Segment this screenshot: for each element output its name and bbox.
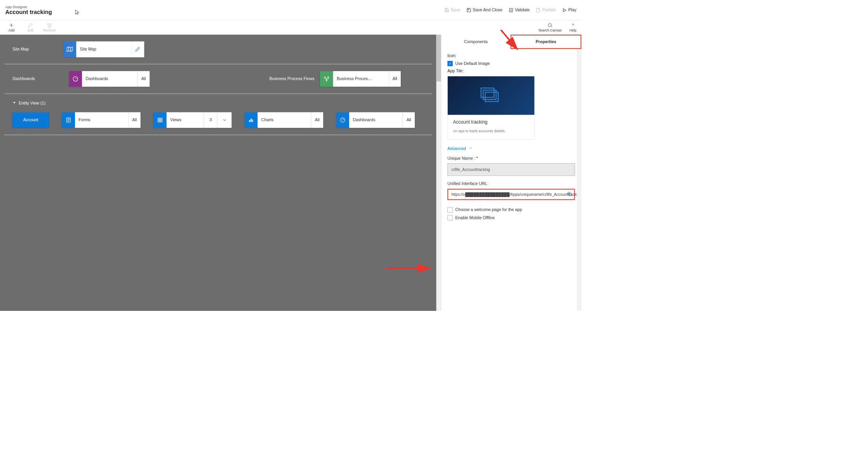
properties-panel: Components Properties Icon: ✓ Use Defaul…: [441, 35, 582, 311]
tab-properties[interactable]: Properties: [511, 35, 581, 49]
charts-tile-tail[interactable]: All: [311, 112, 323, 128]
unique-name-input[interactable]: [447, 163, 575, 176]
forms-tile-tail[interactable]: All: [128, 112, 140, 128]
bpf-tile[interactable]: Business Proces... All: [320, 71, 401, 87]
help-label: Help: [569, 28, 576, 32]
entity-dash-tile-label: Dashboards: [349, 112, 402, 128]
views-count: 3: [204, 112, 217, 128]
sitemap-edit-button[interactable]: [131, 42, 144, 57]
search-label: Search Canvas: [538, 28, 562, 32]
svg-rect-2: [510, 8, 513, 12]
bpf-section-label: Business Process Flows: [269, 77, 314, 81]
unique-name-label: Unique Name : *: [447, 156, 575, 160]
use-default-image-checkbox[interactable]: ✓: [447, 61, 452, 66]
svg-rect-21: [158, 118, 162, 122]
svg-marker-9: [67, 47, 73, 52]
bpf-tile-tail[interactable]: All: [389, 71, 401, 87]
chart-icon: [245, 112, 258, 128]
gauge-icon: [336, 112, 350, 128]
dashboards-tile[interactable]: Dashboards All: [69, 71, 150, 87]
entity-account-label: Account: [23, 118, 38, 122]
help-button[interactable]: Help: [569, 23, 576, 32]
forms-tile-label: Forms: [75, 112, 128, 128]
charts-tile[interactable]: Charts All: [245, 112, 323, 128]
dashboards-tile-tail[interactable]: All: [137, 71, 150, 87]
svg-rect-27: [250, 119, 251, 122]
views-tile[interactable]: Views 3: [153, 112, 231, 128]
remove-label: Remove: [43, 28, 56, 32]
publish-icon: [536, 8, 541, 12]
views-tile-label: Views: [167, 112, 204, 128]
add-button[interactable]: Add: [5, 23, 17, 32]
welcome-page-label: Choose a welcome page for the app: [456, 208, 522, 212]
app-header: App Designer Account tracking Save Save …: [0, 0, 581, 20]
remove-button: Remove: [43, 23, 56, 32]
publish-button: Publish: [536, 8, 556, 12]
advanced-toggle[interactable]: Advanced: [447, 146, 575, 151]
edit-button: Edit: [24, 23, 37, 32]
save-and-close-button[interactable]: Save And Close: [466, 8, 502, 12]
svg-rect-26: [249, 120, 250, 122]
svg-marker-3: [563, 9, 566, 12]
search-canvas-button[interactable]: Search Canvas: [538, 23, 562, 32]
svg-rect-33: [569, 194, 572, 196]
svg-point-6: [548, 24, 551, 27]
design-canvas[interactable]: Site Map Site Map Dashboards: [0, 35, 437, 311]
forms-tile[interactable]: Forms All: [62, 112, 140, 128]
pencil-icon: [28, 23, 33, 28]
map-icon: [63, 42, 77, 57]
edit-label: Edit: [28, 28, 33, 32]
chevron-down-icon: [12, 101, 16, 105]
welcome-page-checkbox[interactable]: [447, 207, 452, 212]
charts-tile-label: Charts: [257, 112, 311, 128]
save-button: Save: [445, 8, 461, 12]
sitemap-tile[interactable]: Site Map: [63, 42, 144, 57]
mobile-offline-checkbox[interactable]: [447, 215, 452, 220]
entity-view-toggle[interactable]: Entity View (1): [12, 101, 45, 105]
toolbar: Add Edit Remove Search Canvas Help: [0, 20, 581, 35]
play-button[interactable]: Play: [562, 8, 576, 12]
play-icon: [562, 8, 567, 12]
advanced-label: Advanced: [447, 147, 466, 151]
scroll-thumb[interactable]: [437, 35, 441, 82]
validate-label: Validate: [515, 8, 530, 12]
svg-point-14: [328, 77, 329, 78]
svg-line-7: [551, 26, 552, 27]
svg-point-15: [326, 80, 327, 81]
entity-account-tile[interactable]: Account: [12, 112, 49, 128]
validate-icon: [509, 8, 513, 12]
search-icon: [548, 23, 553, 28]
unified-interface-url: https://o████████████████/Apps/uniquenam…: [447, 189, 575, 200]
mobile-offline-label: Enable Mobile Offline: [456, 215, 495, 220]
sitemap-section-label: Site Map: [12, 47, 63, 52]
validate-button[interactable]: Validate: [509, 8, 530, 12]
form-icon: [62, 112, 75, 128]
svg-rect-28: [252, 120, 253, 122]
dashboards-tile-label: Dashboards: [82, 71, 137, 87]
add-label: Add: [9, 28, 15, 32]
publish-label: Publish: [542, 8, 556, 12]
chevron-up-icon: [469, 146, 473, 151]
play-label: Play: [568, 8, 576, 12]
save-label: Save: [451, 8, 460, 12]
bpf-tile-label: Business Proces...: [333, 71, 389, 87]
save-icon: [445, 8, 449, 12]
trash-icon: [47, 23, 52, 28]
plus-icon: [9, 23, 14, 28]
tab-components[interactable]: Components: [441, 35, 510, 49]
sitemap-tile-label: Site Map: [76, 42, 131, 57]
views-dropdown[interactable]: [217, 112, 231, 128]
header-title: Account tracking: [5, 9, 444, 15]
entity-dash-tile-tail[interactable]: All: [403, 112, 415, 128]
canvas-scrollbar[interactable]: [437, 35, 441, 311]
panel-scrollbar[interactable]: [577, 49, 581, 311]
cursor-icon: [75, 9, 80, 16]
apptile-label: App Tile:: [447, 69, 575, 73]
svg-marker-16: [13, 102, 16, 103]
entity-view-label: Entity View (1): [19, 101, 45, 105]
dashboards-section-label: Dashboards: [12, 77, 63, 81]
help-icon: [570, 23, 575, 28]
copy-url-button[interactable]: [567, 192, 572, 197]
entity-dashboards-tile[interactable]: Dashboards All: [336, 112, 415, 128]
url-label: Unified Interface URL:: [447, 181, 575, 186]
